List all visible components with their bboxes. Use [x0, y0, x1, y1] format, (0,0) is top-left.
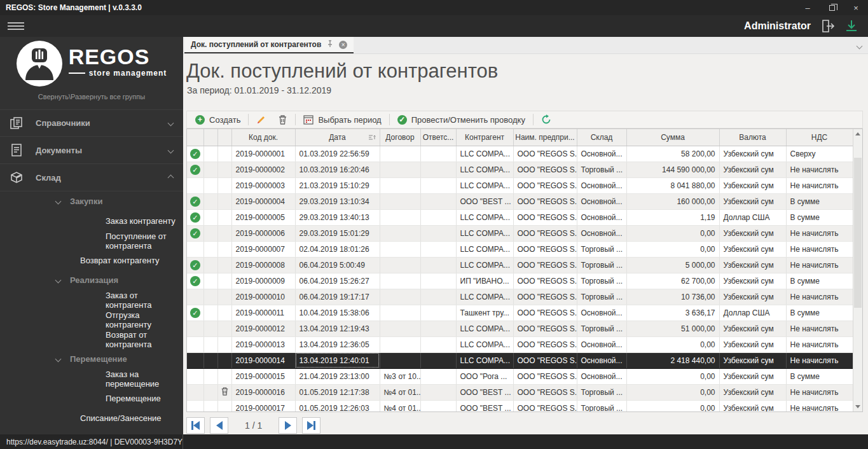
- table-row[interactable]: ✓2019-000000210.03.2019 16:20:46LLC COMP…: [187, 162, 853, 177]
- table-row[interactable]: ✓2019-000000429.03.2019 13:10:34ООО "BES…: [187, 193, 853, 209]
- cell-c3[interactable]: [217, 209, 231, 225]
- column-header-9[interactable]: Склад: [577, 129, 626, 146]
- cell-c3[interactable]: [217, 352, 231, 368]
- cell-vat[interactable]: Не начислять: [786, 162, 853, 177]
- cell-warehouse[interactable]: Основной...: [577, 225, 626, 241]
- cell-vat[interactable]: В сумме: [786, 273, 853, 289]
- table-row[interactable]: 2019-000001313.04.2019 12:36:05LLC COMPA…: [187, 336, 853, 352]
- column-header-2[interactable]: [217, 129, 231, 146]
- cell-date[interactable]: 06.04.2019 5:00:49: [295, 257, 380, 273]
- cell-code[interactable]: 2019-0000003: [231, 177, 295, 193]
- cell-contract[interactable]: [380, 289, 420, 305]
- cell-contractor[interactable]: LLC COMPA...: [456, 162, 513, 177]
- table-row[interactable]: 2019-000000702.04.2019 18:01:26LLC COMPA…: [187, 241, 853, 257]
- cell-date[interactable]: 01.05.2019 12:17:38: [295, 384, 380, 400]
- cell-amount[interactable]: 51 000,00: [626, 321, 719, 336]
- cell-currency[interactable]: Узбекский сум: [719, 193, 786, 209]
- cell-resp[interactable]: [420, 193, 456, 209]
- cell-c3[interactable]: [217, 257, 231, 273]
- column-header-8[interactable]: Наим. предпри...: [513, 129, 577, 146]
- cell-c2[interactable]: [203, 146, 217, 162]
- cell-contractor[interactable]: LLC COMPA...: [456, 209, 513, 225]
- cell-c2[interactable]: [203, 384, 217, 400]
- hamburger-menu-icon[interactable]: [8, 20, 24, 32]
- cell-contract[interactable]: [380, 193, 420, 209]
- cell-warehouse[interactable]: Основной...: [577, 177, 626, 193]
- cell-warehouse[interactable]: Торговый ...: [577, 321, 626, 336]
- table-row[interactable]: ✓2019-000000906.04.2019 15:26:27ИП "ИВАН…: [187, 273, 853, 289]
- cell-resp[interactable]: [420, 305, 456, 321]
- cell-currency[interactable]: Узбекский сум: [719, 162, 786, 177]
- create-button[interactable]: + Создать: [189, 112, 246, 127]
- cell-warehouse[interactable]: Основной...: [577, 368, 626, 384]
- cell-amount[interactable]: 62 700,00: [626, 273, 719, 289]
- sidebar-item-1[interactable]: Документы: [0, 137, 183, 164]
- cell-contract[interactable]: [380, 336, 420, 352]
- cell-c3[interactable]: [217, 384, 231, 400]
- cell-contract[interactable]: [380, 257, 420, 273]
- table-row[interactable]: ✓2019-000000101.03.2019 22:56:59LLC COMP…: [187, 146, 853, 162]
- cell-contract[interactable]: [380, 305, 420, 321]
- cell-posted[interactable]: ✓: [187, 273, 203, 289]
- cell-amount[interactable]: 0,00: [626, 384, 719, 400]
- cell-resp[interactable]: [420, 384, 456, 400]
- cell-amount[interactable]: 3 636,17: [626, 305, 719, 321]
- cell-c2[interactable]: [203, 368, 217, 384]
- post-button[interactable]: ✓ Провести/Отменить проводку: [392, 112, 531, 127]
- table-row[interactable]: ✓2019-000000629.03.2019 15:01:29LLC COMP…: [187, 225, 853, 241]
- cell-company[interactable]: ООО "REGOS S...: [513, 225, 577, 241]
- cell-vat[interactable]: Сверху: [786, 146, 853, 162]
- cell-posted[interactable]: ✓: [187, 162, 203, 177]
- cell-warehouse[interactable]: Торговый ...: [577, 289, 626, 305]
- cell-code[interactable]: 2019-0000010: [231, 289, 295, 305]
- cell-vat[interactable]: Не начислять: [786, 241, 853, 257]
- cell-date[interactable]: 02.04.2019 18:01:26: [295, 241, 380, 257]
- cell-amount[interactable]: 2 418 440,00: [626, 352, 719, 368]
- refresh-button[interactable]: [535, 112, 557, 127]
- tab-doc-postupleniy[interactable]: Док. поступлений от контрагентов ×: [184, 37, 354, 53]
- cell-vat[interactable]: Не начислять: [786, 257, 853, 273]
- cell-currency[interactable]: Узбекский сум: [719, 352, 786, 368]
- last-page-button[interactable]: [302, 417, 320, 434]
- cell-date[interactable]: 29.03.2019 15:01:29: [295, 225, 380, 241]
- cell-contract[interactable]: [380, 321, 420, 336]
- cell-currency[interactable]: Узбекский сум: [719, 257, 786, 273]
- first-page-button[interactable]: [186, 417, 205, 434]
- cell-company[interactable]: ООО "REGOS S...: [513, 305, 577, 321]
- cell-posted[interactable]: [187, 400, 203, 412]
- sidebar-item-6[interactable]: Возврат контрагенту: [0, 251, 183, 270]
- delete-button[interactable]: [272, 112, 293, 127]
- sidebar-item-13[interactable]: Перемещение: [0, 389, 183, 408]
- cell-resp[interactable]: [420, 368, 456, 384]
- cell-c2[interactable]: [203, 162, 217, 177]
- column-header-12[interactable]: НДС: [786, 129, 853, 146]
- cell-date[interactable]: 21.04.2019 23:13:00: [295, 368, 380, 384]
- cell-company[interactable]: ООО "REGOS S...: [513, 352, 577, 368]
- cell-date[interactable]: 29.03.2019 13:10:34: [295, 193, 380, 209]
- table-row[interactable]: ✓2019-000000529.03.2019 13:40:13LLC COMP…: [187, 209, 853, 225]
- cell-posted[interactable]: [187, 241, 203, 257]
- sidebar-item-15[interactable]: Инвентаризация: [0, 428, 183, 434]
- table-row[interactable]: 2019-000001213.04.2019 12:19:43LLC COMPA…: [187, 321, 853, 336]
- column-header-4[interactable]: Дата: [295, 129, 380, 146]
- cell-currency[interactable]: Узбекский сум: [719, 321, 786, 336]
- cell-c3[interactable]: [217, 368, 231, 384]
- cell-company[interactable]: ООО "REGOS S...: [513, 368, 577, 384]
- cell-c3[interactable]: [217, 336, 231, 352]
- cell-currency[interactable]: Узбекский сум: [719, 400, 786, 412]
- cell-resp[interactable]: [420, 352, 456, 368]
- cell-resp[interactable]: [420, 209, 456, 225]
- cell-posted[interactable]: [187, 289, 203, 305]
- cell-company[interactable]: ООО "REGOS S...: [513, 209, 577, 225]
- cell-contractor[interactable]: LLC COMPA...: [456, 241, 513, 257]
- cell-amount[interactable]: 8 041 880,00: [626, 177, 719, 193]
- cell-vat[interactable]: Не начислять: [786, 336, 853, 352]
- cell-code[interactable]: 2019-0000005: [231, 209, 295, 225]
- close-button[interactable]: ×: [844, 0, 868, 15]
- cell-company[interactable]: ООО "REGOS S...: [513, 384, 577, 400]
- cell-currency[interactable]: Узбекский сум: [719, 336, 786, 352]
- cell-amount[interactable]: 1,19: [626, 209, 719, 225]
- cell-contract[interactable]: [380, 162, 420, 177]
- sidebar-item-8[interactable]: Заказ от контрагента: [0, 290, 183, 310]
- cell-warehouse[interactable]: Основной...: [577, 352, 626, 368]
